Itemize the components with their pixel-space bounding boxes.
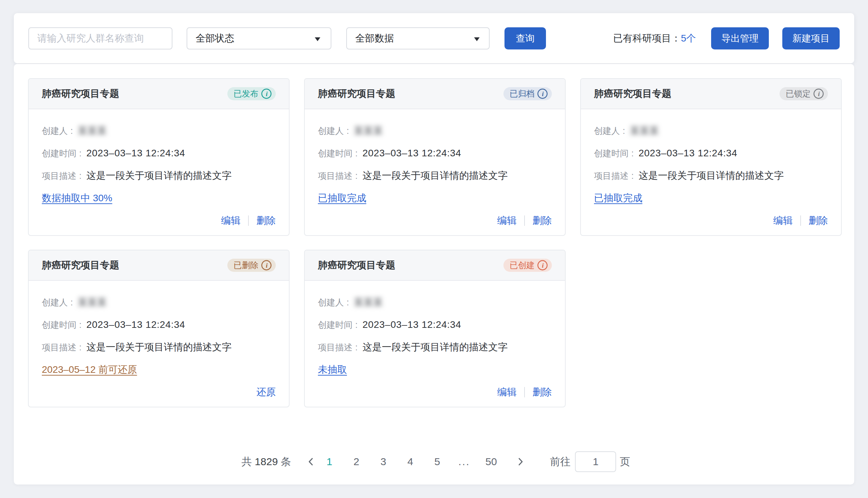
svg-text:i: i <box>266 262 268 269</box>
svg-text:i: i <box>542 90 544 98</box>
svg-text:i: i <box>818 90 820 98</box>
svg-text:i: i <box>542 262 544 269</box>
svg-text:i: i <box>266 90 268 98</box>
